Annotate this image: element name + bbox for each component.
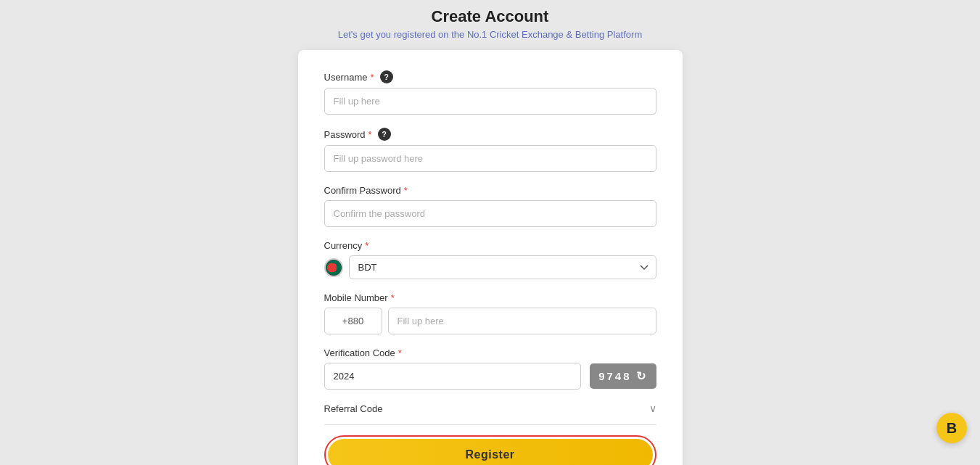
verification-label-row: Verification Code * xyxy=(324,347,402,358)
register-button[interactable]: Register xyxy=(328,439,653,465)
page-title: Create Account xyxy=(338,7,642,26)
currency-label-row: Currency * xyxy=(324,240,369,251)
confirm-password-input[interactable] xyxy=(324,200,656,227)
mobile-prefix-input[interactable] xyxy=(324,308,382,334)
page-wrapper: Create Account Let's get you registered … xyxy=(0,0,980,465)
form-card: Username * ? Password * ? Conf xyxy=(298,50,683,465)
page-subtitle: Let's get you registered on the No.1 Cri… xyxy=(338,29,642,40)
username-label-row: Username * ? xyxy=(324,70,393,83)
mobile-group: Mobile Number * xyxy=(324,292,656,334)
verification-group: Verification Code * 9748 ↻ xyxy=(324,347,656,390)
mobile-label-row: Mobile Number * xyxy=(324,292,395,303)
verification-required: * xyxy=(398,347,402,358)
captcha-code: 9748 xyxy=(598,370,631,382)
username-required: * xyxy=(370,72,374,83)
password-label-row: Password * ? xyxy=(324,128,391,141)
currency-label: Currency xyxy=(324,240,363,251)
password-help-icon[interactable]: ? xyxy=(378,128,391,141)
currency-required: * xyxy=(365,240,368,251)
username-input[interactable] xyxy=(324,88,656,115)
password-label: Password xyxy=(324,129,366,140)
currency-row: BDT USD INR PKR xyxy=(324,255,656,279)
password-required: * xyxy=(368,129,372,140)
password-input[interactable] xyxy=(324,145,656,172)
register-button-wrapper: Register xyxy=(324,435,656,465)
currency-select[interactable]: BDT USD INR PKR xyxy=(349,255,656,279)
confirm-password-required: * xyxy=(404,185,408,196)
username-help-icon[interactable]: ? xyxy=(380,70,393,83)
verification-row: 9748 ↻ xyxy=(324,363,656,390)
flag-icon xyxy=(324,258,343,277)
confirm-password-group: Confirm Password * xyxy=(324,185,656,227)
verification-label: Verification Code xyxy=(324,347,395,358)
verification-input[interactable] xyxy=(324,363,582,390)
username-label: Username xyxy=(324,72,368,83)
confirm-password-label-row: Confirm Password * xyxy=(324,185,408,196)
referral-row[interactable]: Referral Code ∨ xyxy=(324,403,656,425)
confirm-password-label: Confirm Password xyxy=(324,185,401,196)
mobile-row xyxy=(324,308,656,334)
floating-logo-button[interactable]: B xyxy=(936,413,967,443)
chevron-down-icon: ∨ xyxy=(649,403,656,414)
captcha-box[interactable]: 9748 ↻ xyxy=(590,363,656,389)
referral-label: Referral Code xyxy=(324,403,383,414)
password-group: Password * ? xyxy=(324,128,656,172)
flag-inner xyxy=(326,260,342,276)
header-section: Create Account Let's get you registered … xyxy=(338,7,642,40)
mobile-required: * xyxy=(391,292,395,303)
refresh-icon[interactable]: ↻ xyxy=(636,369,648,383)
currency-group: Currency * BDT USD INR PKR xyxy=(324,240,656,279)
mobile-number-input[interactable] xyxy=(388,308,656,334)
username-group: Username * ? xyxy=(324,70,656,115)
mobile-label: Mobile Number xyxy=(324,292,388,303)
